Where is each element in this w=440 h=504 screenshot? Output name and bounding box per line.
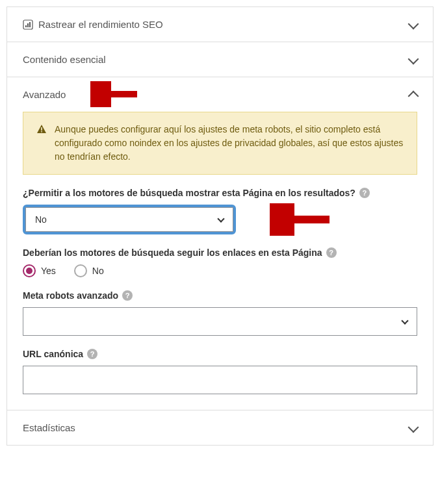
noindex-warning: Aunque puedes configurar aquí los ajuste… [23, 112, 417, 175]
meta-robots-label-row: Meta robots avanzado ? [23, 290, 417, 301]
analytics-icon [23, 19, 33, 30]
chevron-down-icon [217, 215, 224, 222]
select-value: No [35, 214, 47, 225]
svg-rect-2 [27, 23, 29, 27]
section-header-seo-tracking[interactable]: Rastrear el rendimiento SEO [7, 7, 433, 42]
svg-rect-7 [41, 131, 42, 132]
field-follow-links: Deberían los motores de búsqueda seguir … [23, 247, 417, 277]
warning-text: Aunque puedes configurar aquí los ajuste… [55, 123, 404, 164]
section-header-advanced[interactable]: Avanzado [7, 77, 433, 112]
field-label-text: URL canónica [23, 349, 83, 359]
seo-metabox: Rastrear el rendimiento SEO Contenido es… [6, 6, 434, 446]
section-advanced: Avanzado Aunque pue [7, 77, 433, 410]
help-icon[interactable]: ? [326, 247, 337, 258]
field-label-text: Deberían los motores de búsqueda seguir … [23, 247, 322, 258]
svg-rect-3 [29, 22, 31, 27]
section-title: Avanzado [23, 89, 66, 100]
chevron-down-icon [401, 317, 408, 324]
field-allow-search: ¿Permitir a los motores de búsqueda most… [23, 188, 417, 234]
chevron-down-icon [408, 53, 419, 64]
follow-links-radio-group: Yes No [23, 264, 417, 277]
svg-rect-6 [41, 127, 42, 131]
svg-rect-1 [25, 25, 27, 27]
follow-links-label-row: Deberían los motores de búsqueda seguir … [23, 247, 417, 258]
field-label-text: Meta robots avanzado [23, 290, 118, 301]
advanced-body: Aunque puedes configurar aquí los ajuste… [7, 112, 433, 410]
help-icon[interactable]: ? [122, 290, 133, 301]
chevron-up-icon [408, 90, 419, 101]
chevron-down-icon [408, 18, 419, 29]
help-icon[interactable]: ? [359, 188, 370, 198]
select-focus-ring: No [23, 205, 236, 234]
field-meta-robots: Meta robots avanzado ? [23, 290, 417, 336]
annotation-arrow [270, 203, 335, 236]
section-essential-content: Contenido esencial [7, 42, 433, 77]
allow-search-label-row: ¿Permitir a los motores de búsqueda most… [23, 188, 417, 198]
help-icon[interactable]: ? [87, 349, 97, 359]
warning-icon [36, 124, 47, 164]
meta-robots-select[interactable] [23, 307, 417, 336]
section-header-essential[interactable]: Contenido esencial [7, 42, 433, 77]
section-title: Rastrear el rendimiento SEO [38, 19, 163, 30]
radio-label: No [92, 266, 104, 276]
allow-search-select[interactable]: No [25, 207, 233, 232]
section-title: Estadísticas [23, 422, 75, 433]
chevron-down-icon [408, 422, 419, 433]
field-canonical-url: URL canónica ? [23, 349, 417, 394]
radio-label: Yes [41, 266, 56, 276]
radio-button-icon [74, 264, 87, 277]
radio-no[interactable]: No [74, 264, 104, 277]
section-seo-tracking: Rastrear el rendimiento SEO [7, 7, 433, 42]
canonical-label-row: URL canónica ? [23, 349, 417, 359]
canonical-url-input[interactable] [23, 366, 417, 394]
section-title: Contenido esencial [23, 54, 106, 65]
radio-button-icon [23, 264, 36, 277]
section-header-stats[interactable]: Estadísticas [7, 410, 433, 445]
field-label-text: ¿Permitir a los motores de búsqueda most… [23, 188, 356, 198]
section-stats: Estadísticas [7, 410, 433, 445]
radio-yes[interactable]: Yes [23, 264, 56, 277]
